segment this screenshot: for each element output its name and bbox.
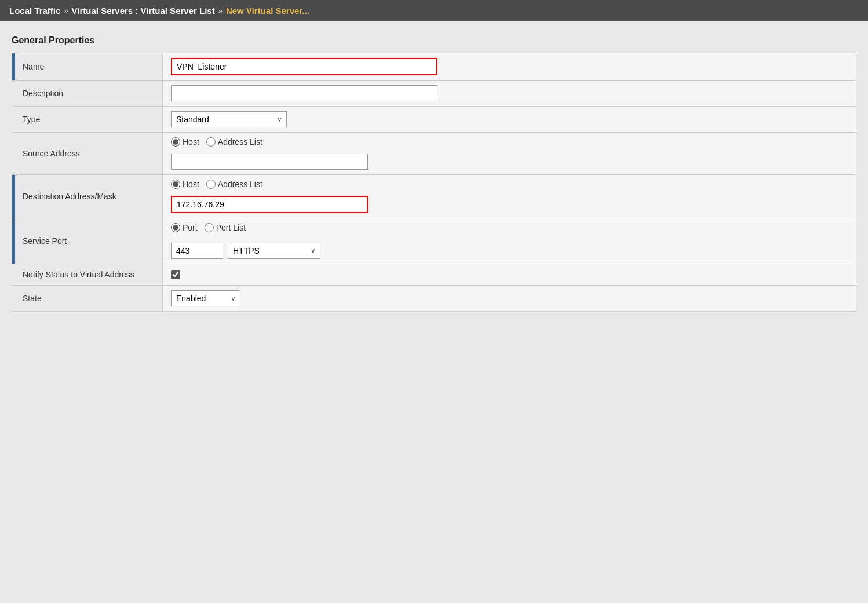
destination-host-radio[interactable] xyxy=(171,180,180,189)
port-row: HTTPS HTTP FTP SSH Telnet SMTP DNS Custo… xyxy=(171,243,848,259)
notify-status-row: Notify Status to Virtual Address xyxy=(12,264,856,286)
destination-address-container: Host Address List xyxy=(171,180,848,213)
source-address-container: Host Address List xyxy=(171,137,848,170)
service-port-radio[interactable] xyxy=(171,223,180,232)
breadcrumb-part2: Virtual Servers : Virtual Server List xyxy=(72,6,215,16)
notify-status-label: Notify Status to Virtual Address xyxy=(12,264,163,286)
section-title: General Properties xyxy=(12,35,856,46)
source-address-list-radio[interactable] xyxy=(206,137,216,147)
breadcrumb-bar: Local Traffic » Virtual Servers : Virtua… xyxy=(0,0,868,21)
name-label: Name xyxy=(12,53,163,81)
name-input[interactable] xyxy=(171,58,437,75)
service-port-row: Service Port Port Port List xyxy=(12,218,856,264)
destination-address-value-cell: Host Address List xyxy=(163,175,856,218)
notify-status-checkbox[interactable] xyxy=(171,270,180,279)
service-port-container: Port Port List HTTPS HTTP xyxy=(171,223,848,259)
breadcrumb-sep1: » xyxy=(64,6,68,15)
state-select[interactable]: Enabled Disabled xyxy=(171,290,240,306)
breadcrumb-part1: Local Traffic xyxy=(9,6,60,16)
state-value-cell: Enabled Disabled xyxy=(163,286,856,312)
type-select[interactable]: Standard Performance (Layer 4) Forwardin… xyxy=(171,111,287,127)
destination-address-list-radio-text: Address List xyxy=(218,180,262,189)
page-content: General Properties Name Description Type… xyxy=(0,21,868,326)
notify-status-value-cell xyxy=(163,264,856,286)
protocol-select[interactable]: HTTPS HTTP FTP SSH Telnet SMTP DNS Custo… xyxy=(228,243,320,259)
service-port-list-radio[interactable] xyxy=(205,223,214,232)
destination-address-list-radio[interactable] xyxy=(206,180,216,189)
destination-address-label: Destination Address/Mask xyxy=(12,175,163,218)
general-properties-table: Name Description Type Standard Performan… xyxy=(12,53,856,312)
state-select-wrapper: Enabled Disabled xyxy=(171,290,240,306)
protocol-select-wrapper: HTTPS HTTP FTP SSH Telnet SMTP DNS Custo… xyxy=(228,243,320,259)
destination-address-row: Destination Address/Mask Host Address Li… xyxy=(12,175,856,218)
destination-host-radio-label[interactable]: Host xyxy=(171,180,199,189)
source-address-radio-group: Host Address List xyxy=(171,137,848,147)
name-row: Name xyxy=(12,53,856,81)
service-port-radio-label[interactable]: Port xyxy=(171,223,198,232)
type-label: Type xyxy=(12,107,163,133)
breadcrumb-sep2: » xyxy=(218,6,223,15)
service-port-value-cell: Port Port List HTTPS HTTP xyxy=(163,218,856,264)
source-host-radio[interactable] xyxy=(171,137,180,147)
state-row: State Enabled Disabled xyxy=(12,286,856,312)
name-value-cell xyxy=(163,53,856,81)
breadcrumb-part3: New Virtual Server... xyxy=(226,6,309,16)
source-address-list-radio-label[interactable]: Address List xyxy=(206,137,262,147)
destination-address-input[interactable] xyxy=(171,196,368,213)
description-value-cell xyxy=(163,81,856,107)
service-port-radio-text: Port xyxy=(183,223,198,232)
source-address-row: Source Address Host Address List xyxy=(12,133,856,175)
service-port-list-radio-text: Port List xyxy=(216,223,246,232)
type-value-cell: Standard Performance (Layer 4) Forwardin… xyxy=(163,107,856,133)
state-label: State xyxy=(12,286,163,312)
service-port-label: Service Port xyxy=(12,218,163,264)
source-host-radio-text: Host xyxy=(183,137,199,147)
source-address-value-cell: Host Address List xyxy=(163,133,856,175)
description-input[interactable] xyxy=(171,85,437,101)
destination-host-radio-text: Host xyxy=(183,180,199,189)
destination-address-radio-group: Host Address List xyxy=(171,180,848,189)
type-select-wrapper: Standard Performance (Layer 4) Forwardin… xyxy=(171,111,287,127)
source-address-label: Source Address xyxy=(12,133,163,175)
notify-status-checkbox-container xyxy=(171,270,848,279)
destination-address-list-radio-label[interactable]: Address List xyxy=(206,180,262,189)
source-address-list-radio-text: Address List xyxy=(218,137,262,147)
description-row: Description xyxy=(12,81,856,107)
service-port-list-radio-label[interactable]: Port List xyxy=(205,223,246,232)
source-address-input[interactable] xyxy=(171,154,368,170)
port-number-input[interactable] xyxy=(171,243,223,259)
source-host-radio-label[interactable]: Host xyxy=(171,137,199,147)
type-row: Type Standard Performance (Layer 4) Forw… xyxy=(12,107,856,133)
description-label: Description xyxy=(12,81,163,107)
service-port-radio-group: Port Port List xyxy=(171,223,848,232)
